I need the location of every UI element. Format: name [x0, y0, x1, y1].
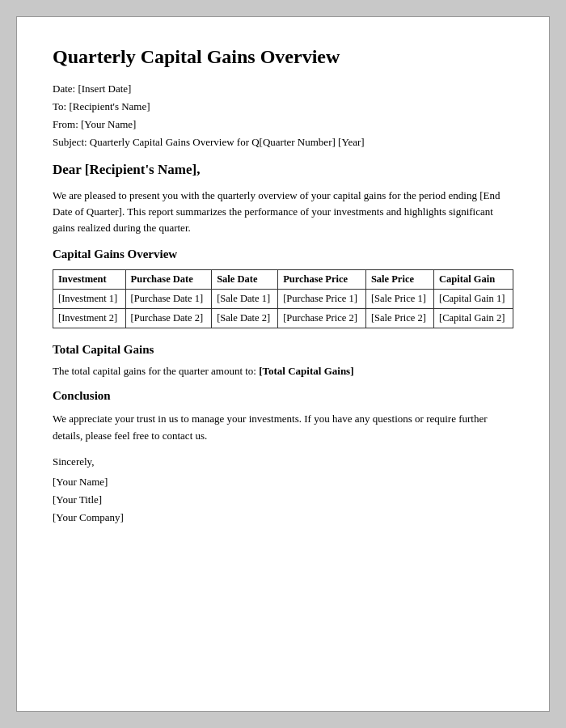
- table-cell-0-2: [Sale Date 1]: [212, 290, 278, 309]
- table-row: [Investment 1][Purchase Date 1][Sale Dat…: [53, 290, 513, 309]
- conclusion-section-title: Conclusion: [53, 389, 513, 403]
- col-investment: Investment: [53, 270, 126, 290]
- col-sale-price: Sale Price: [365, 270, 433, 290]
- total-value: [Total Capital Gains]: [259, 365, 353, 377]
- table-cell-1-2: [Sale Date 2]: [212, 309, 278, 328]
- table-cell-1-0: [Investment 2]: [53, 309, 126, 328]
- intro-paragraph: We are pleased to present you with the q…: [53, 188, 513, 236]
- col-capital-gain: Capital Gain: [434, 270, 513, 290]
- capital-gains-table: Investment Purchase Date Sale Date Purch…: [53, 269, 513, 328]
- table-cell-1-1: [Purchase Date 2]: [125, 309, 212, 328]
- total-text-prefix: The total capital gains for the quarter …: [53, 365, 259, 377]
- col-purchase-price: Purchase Price: [278, 270, 366, 290]
- table-cell-0-4: [Sale Price 1]: [365, 290, 433, 309]
- overview-section-title: Capital Gains Overview: [53, 248, 513, 261]
- page-title: Quarterly Capital Gains Overview: [53, 46, 513, 68]
- table-cell-1-5: [Capital Gain 2]: [434, 309, 513, 328]
- signature-title: [Your Title]: [53, 491, 513, 509]
- to-line: To: [Recipient's Name]: [53, 100, 513, 113]
- table-cell-0-0: [Investment 1]: [53, 290, 126, 309]
- col-sale-date: Sale Date: [212, 270, 278, 290]
- signature-company: [Your Company]: [53, 509, 513, 527]
- signature-name: [Your Name]: [53, 473, 513, 491]
- table-cell-1-3: [Purchase Price 2]: [278, 309, 366, 328]
- table-row: [Investment 2][Purchase Date 2][Sale Dat…: [53, 309, 513, 328]
- table-cell-0-1: [Purchase Date 1]: [125, 290, 212, 309]
- total-gains-text: The total capital gains for the quarter …: [53, 365, 513, 378]
- subject-line: Subject: Quarterly Capital Gains Overvie…: [53, 136, 513, 149]
- date-line: Date: [Insert Date]: [53, 83, 513, 95]
- table-cell-1-4: [Sale Price 2]: [365, 309, 433, 328]
- col-purchase-date: Purchase Date: [125, 270, 212, 290]
- conclusion-paragraph: We appreciate your trust in us to manage…: [53, 411, 513, 443]
- total-section-title: Total Capital Gains: [53, 343, 513, 357]
- salutation: Dear [Recipient's Name],: [53, 162, 513, 178]
- table-header-row: Investment Purchase Date Sale Date Purch…: [53, 270, 513, 290]
- from-line: From: [Your Name]: [53, 118, 513, 131]
- sign-off: Sincerely,: [53, 455, 513, 468]
- signature-block: [Your Name] [Your Title] [Your Company]: [53, 473, 513, 527]
- table-cell-0-3: [Purchase Price 1]: [278, 290, 366, 309]
- page-container: Quarterly Capital Gains Overview Date: […: [16, 16, 550, 712]
- table-cell-0-5: [Capital Gain 1]: [434, 290, 513, 309]
